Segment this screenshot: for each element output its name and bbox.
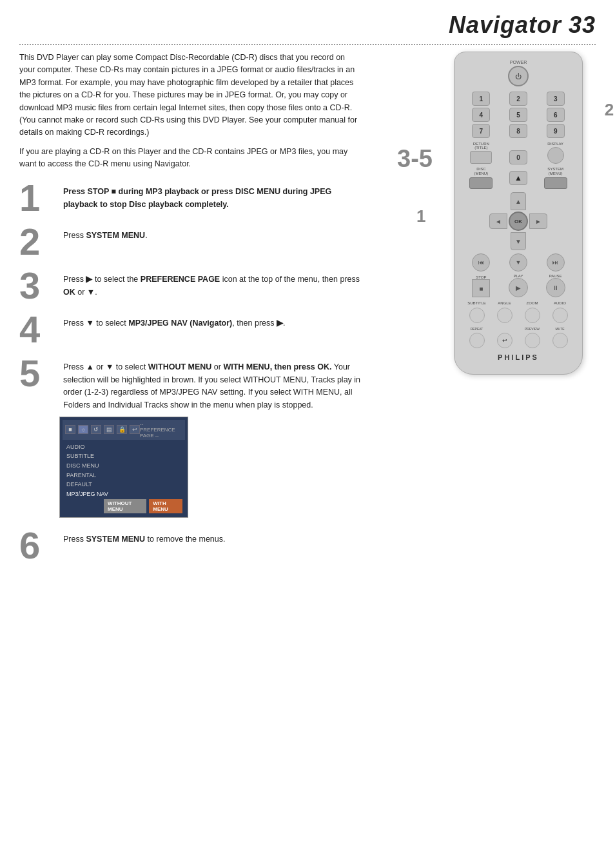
skip-back-button[interactable]: ⏮	[472, 253, 490, 271]
without-menu-btn: WITHOUT MENU	[104, 499, 146, 513]
remote-container: POWER ⏻ 1 2 3 4 5 6 7 8 9 RETURN(TITLE)	[434, 52, 602, 375]
play-button[interactable]: ▶	[509, 278, 528, 297]
nav-left-button[interactable]: ◄	[489, 213, 507, 229]
nav-down2-button[interactable]: ▼	[509, 253, 527, 271]
eject-button[interactable]: ▲	[509, 171, 527, 185]
menu-item-parental: PARENTAL	[65, 471, 182, 480]
power-button[interactable]: ⏻	[508, 66, 529, 86]
nav-down2-btn: ▼	[501, 253, 536, 271]
return-title-btn: RETURN(TITLE)	[464, 142, 499, 164]
page-number: 33	[569, 12, 596, 38]
step-6-number: 6	[19, 527, 57, 564]
disc-system-row: DISC(MENU) ▲ SYSTEM(MENU)	[464, 167, 573, 189]
step-2-number: 2	[19, 223, 57, 261]
menu-top-bar: ■ ☼ ↺ ▤ 🔒 ↩ -- PREFERENCE PAGE --	[63, 420, 185, 440]
preview-button[interactable]	[525, 333, 540, 348]
disc-label: DISC(MENU)	[474, 167, 488, 176]
system-menu-btn: SYSTEM(MENU)	[538, 167, 573, 189]
nav-up-button[interactable]: ▲	[511, 192, 526, 210]
num-btn-8[interactable]: 8	[509, 124, 527, 138]
repeat-label: REPEAT	[464, 327, 490, 331]
nav-down-button[interactable]: ▼	[511, 232, 526, 250]
display-label: DISPLAY	[547, 142, 563, 146]
remote-step-label-26: 2,6	[605, 100, 615, 120]
menu-title: -- PREFERENCE PAGE --	[140, 421, 175, 439]
disc-menu-button[interactable]	[469, 177, 493, 189]
intro-paragraph2: If you are playing a CD-R on this Player…	[19, 146, 361, 171]
menu-item-disc-menu: DISC MENU	[65, 461, 182, 471]
menu-item-default: DEFAULT	[65, 480, 182, 489]
num-btn-1[interactable]: 1	[472, 92, 490, 106]
num-btn-3[interactable]: 3	[547, 92, 565, 106]
transport-row: STOP ■ PLAY ▶ PAUSE ⏸	[464, 274, 573, 297]
preview-label: PREVIEW	[519, 327, 545, 331]
angle-button[interactable]	[497, 308, 512, 323]
step-2-text: Press SYSTEM MENU.	[63, 226, 148, 242]
system-menu-button[interactable]	[544, 177, 567, 189]
num-0-section: 0	[501, 141, 536, 164]
play-btn: PLAY ▶	[501, 274, 536, 297]
return-label: RETURN(TITLE)	[473, 142, 489, 150]
step-6-text: Press SYSTEM MENU to remove the menus.	[63, 529, 226, 546]
step-1-text: Press STOP ■ during MP3 playback or pres…	[63, 182, 361, 211]
with-menu-btn: WITH MENU	[149, 499, 182, 513]
display-button[interactable]	[547, 147, 564, 164]
nav-right-button[interactable]: ►	[529, 213, 547, 229]
mute-label: MUTE	[547, 327, 573, 331]
steps-list: 1 Press STOP ■ during MP3 playback or pr…	[19, 182, 361, 564]
num-btn-4[interactable]: 4	[472, 108, 490, 122]
step-5-text: Press ▲ or ▼ to select WITHOUT MENU or W…	[63, 357, 361, 411]
empty-label	[491, 327, 518, 331]
ok-button[interactable]: OK	[509, 212, 528, 231]
skip-row: ⏮ ▼ ⏭	[464, 253, 573, 271]
submenu-options: WITHOUT MENU WITH MENU	[104, 499, 182, 513]
audio-label: AUDIO	[547, 301, 573, 305]
num-btn-0[interactable]: 0	[509, 150, 527, 164]
step-6: 6 Press SYSTEM MENU to remove the menus.	[19, 529, 361, 564]
num-btn-6[interactable]: 6	[547, 108, 565, 122]
brand-logo: PHILIPS	[464, 353, 573, 361]
step-1: 1 Press STOP ■ during MP3 playback or pr…	[19, 182, 361, 217]
step-3-number: 3	[19, 267, 57, 304]
menu-icon-4: ▤	[104, 425, 114, 434]
title-text: Navigator	[449, 12, 561, 38]
subtitle-label: SUBTITLE	[464, 301, 490, 305]
step-3: 3 Press ▶ to select the PREFERENCE PAGE …	[19, 270, 361, 304]
menu-icon-1: ■	[65, 425, 75, 434]
bottom-circles1	[464, 308, 573, 323]
bottom-circles2: ↩	[464, 333, 573, 348]
header-divider	[19, 44, 596, 45]
num-btn-7[interactable]: 7	[472, 124, 490, 138]
display-btn: DISPLAY	[538, 142, 573, 164]
return-button[interactable]	[470, 151, 492, 164]
skip-back-btn: ⏮	[464, 253, 499, 271]
step-4: 4 Press ▼ to select MP3/JPEG NAV (Naviga…	[19, 313, 361, 348]
audio-button[interactable]	[552, 308, 568, 323]
menu-icons: ■ ☼ ↺ ▤ 🔒 ↩	[65, 425, 140, 434]
menu-icon-2: ☼	[78, 425, 88, 434]
stop-button[interactable]: ■	[472, 279, 490, 297]
num-btn-2[interactable]: 2	[509, 92, 527, 106]
subtitle-button[interactable]	[469, 308, 485, 323]
step-3-text: Press ▶ to select the PREFERENCE PAGE ic…	[63, 270, 361, 299]
step-4-text: Press ▼ to select MP3/JPEG NAV (Navigato…	[63, 313, 286, 330]
intro-paragraph1: This DVD Player can play some Compact Di…	[19, 52, 361, 139]
repeat-labels: REPEAT PREVIEW MUTE	[464, 327, 573, 331]
repeat2-button[interactable]: ↩	[497, 333, 512, 348]
pause-button[interactable]: ⏸	[546, 278, 565, 297]
menu-icon-5: 🔒	[117, 425, 127, 434]
skip-fwd-btn: ⏭	[538, 253, 573, 271]
zoom-button[interactable]	[525, 308, 540, 323]
number-grid: 1 2 3 4 5 6 7 8 9	[464, 92, 573, 138]
page-title: Navigator 33	[449, 12, 596, 39]
mute-button[interactable]	[552, 333, 568, 348]
skip-fwd-button[interactable]: ⏭	[547, 253, 565, 271]
num-btn-5[interactable]: 5	[509, 108, 527, 122]
num-btn-9[interactable]: 9	[547, 124, 565, 138]
system-label: SYSTEM(MENU)	[547, 167, 563, 176]
remote-wrapper: POWER ⏻ 1 2 3 4 5 6 7 8 9 RETURN(TITLE)	[434, 52, 602, 375]
nav-cross: ▲ ◄ OK ► ▼	[489, 192, 547, 250]
menu-icon-6: ↩	[130, 425, 140, 434]
pause-btn: PAUSE ⏸	[538, 274, 573, 297]
repeat-button[interactable]	[469, 333, 485, 348]
